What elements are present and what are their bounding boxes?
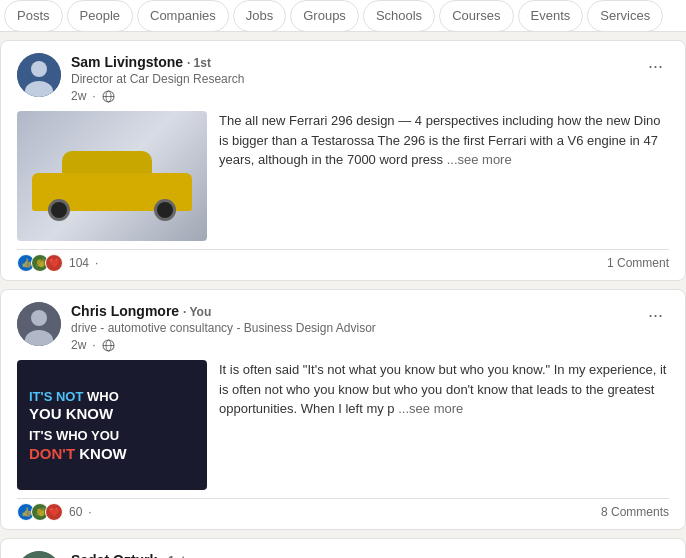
post-image-ferrari <box>17 111 207 241</box>
globe-icon <box>102 338 116 352</box>
svg-point-1 <box>31 61 47 77</box>
tab-services[interactable]: Services <box>587 0 663 32</box>
see-more-link[interactable]: ...see more <box>398 401 463 416</box>
post-header-left: Chris Longmore · You drive - automotive … <box>17 302 376 352</box>
post-header: Sam Livingstone · 1st Director at Car De… <box>17 53 669 103</box>
tab-posts[interactable]: Posts <box>4 0 63 32</box>
see-more-link[interactable]: ...see more <box>447 152 512 167</box>
post-card: Sedat Ozturk · 1st Owner at Sedat Öztürk… <box>0 538 686 558</box>
more-options-button[interactable]: ··· <box>642 302 669 328</box>
avatar[interactable] <box>17 302 61 346</box>
user-avatar-icon <box>17 53 61 97</box>
tab-people[interactable]: People <box>67 0 133 32</box>
reaction-icons: 👍 👏 ❤️ <box>17 503 63 521</box>
author-name[interactable]: Sedat Ozturk · 1st <box>71 551 473 558</box>
author-degree: · You <box>183 305 211 319</box>
post-header: Sedat Ozturk · 1st Owner at Sedat Öztürk… <box>17 551 669 558</box>
globe-icon <box>102 89 116 103</box>
reaction-count: 104 <box>69 256 89 270</box>
user-avatar-icon <box>17 302 61 346</box>
svg-point-12 <box>17 551 61 558</box>
post-card: Chris Longmore · You drive - automotive … <box>0 289 686 530</box>
more-options-button[interactable]: ··· <box>642 53 669 79</box>
post-header-left: Sedat Ozturk · 1st Owner at Sedat Öztürk… <box>17 551 473 558</box>
tab-courses[interactable]: Courses <box>439 0 513 32</box>
tab-schools[interactable]: Schools <box>363 0 435 32</box>
author-title: drive - automotive consultancy - Busines… <box>71 321 376 337</box>
tab-events[interactable]: Events <box>518 0 584 32</box>
post-body: The all new Ferrari 296 design — 4 persp… <box>17 111 669 241</box>
more-options-button[interactable]: ··· <box>642 551 669 558</box>
post-header-left: Sam Livingstone · 1st Director at Car De… <box>17 53 244 103</box>
tab-jobs[interactable]: Jobs <box>233 0 286 32</box>
author-name[interactable]: Sam Livingstone · 1st <box>71 53 244 72</box>
comment-count[interactable]: 1 Comment <box>607 256 669 270</box>
post-body: IT'S NOT who you know it's who you DON'T… <box>17 360 669 490</box>
author-title: Director at Car Design Research <box>71 72 244 88</box>
feed: Sam Livingstone · 1st Director at Car De… <box>0 32 686 558</box>
heart-icon: ❤️ <box>45 254 63 272</box>
avatar[interactable] <box>17 53 61 97</box>
author-degree: · 1st <box>161 554 185 558</box>
post-reactions: 👍 👏 ❤️ 60 · 8 Comments <box>17 498 669 521</box>
heart-icon: ❤️ <box>45 503 63 521</box>
user-avatar-icon <box>17 551 61 558</box>
author-info: Chris Longmore · You drive - automotive … <box>71 302 376 352</box>
post-text: The all new Ferrari 296 design — 4 persp… <box>219 111 669 241</box>
post-text: It is often said "It's not what you know… <box>219 360 669 490</box>
avatar[interactable] <box>17 551 61 558</box>
post-header: Chris Longmore · You drive - automotive … <box>17 302 669 352</box>
author-meta: 2w · <box>71 338 376 352</box>
nav-tabs: Posts People Companies Jobs Groups Schoo… <box>0 0 686 32</box>
author-meta: 2w · <box>71 89 244 103</box>
author-degree: · 1st <box>187 56 211 70</box>
author-name[interactable]: Chris Longmore · You <box>71 302 376 321</box>
comment-count[interactable]: 8 Comments <box>601 505 669 519</box>
reaction-icons: 👍 👏 ❤️ <box>17 254 63 272</box>
post-image-dark-text: IT'S NOT who you know it's who you DON'T… <box>17 360 207 490</box>
post-card: Sam Livingstone · 1st Director at Car De… <box>0 40 686 281</box>
svg-point-7 <box>31 310 47 326</box>
reaction-count: 60 <box>69 505 82 519</box>
post-reactions: 👍 👏 ❤️ 104 · 1 Comment <box>17 249 669 272</box>
tab-companies[interactable]: Companies <box>137 0 229 32</box>
author-info: Sam Livingstone · 1st Director at Car De… <box>71 53 244 103</box>
tab-groups[interactable]: Groups <box>290 0 359 32</box>
author-info: Sedat Ozturk · 1st Owner at Sedat Öztürk… <box>71 551 473 558</box>
